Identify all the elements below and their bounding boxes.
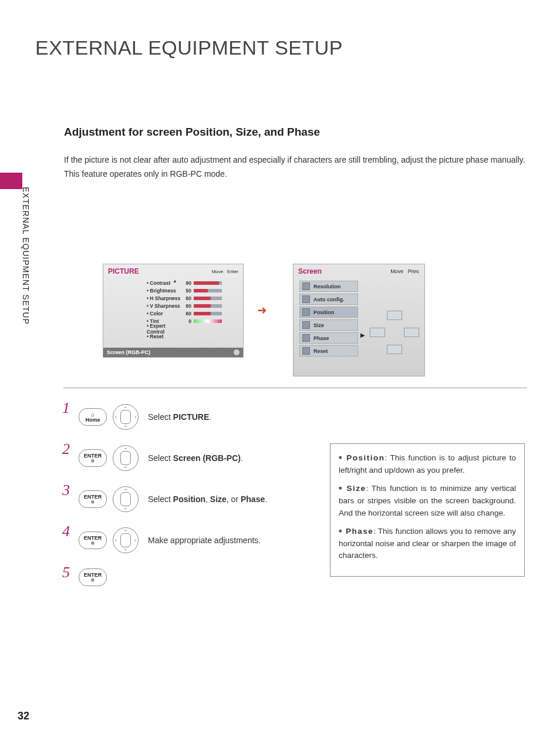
option-icon [302,334,310,342]
enter-button[interactable]: ENTER⊙ [79,531,107,549]
step-row: 4 ENTER⊙ ⌃⌄‹›Make appropriate adjustment… [62,527,344,553]
info-item: Size: This function is to minimize any v… [339,483,516,520]
side-tab [0,173,22,189]
picture-row[interactable]: • Contrast90 [147,279,243,287]
picture-header: PICTURE [108,267,139,275]
picture-row[interactable]: • H Sharpness60 [147,294,243,302]
step-text: Select Screen (RGB-PC). [148,453,243,463]
enter-button[interactable]: ENTER⊙ [79,490,107,508]
screen-menu: Screen Move Prev. ResolutionAuto config.… [293,264,425,376]
screen-option[interactable]: Auto config. [299,294,358,305]
move-hint: Move [390,268,403,274]
body-p2: This feature operates only in RGB-PC mod… [64,168,528,180]
dpad-button[interactable]: ⌃⌄ [113,486,139,512]
section-subtitle: Adjustment for screen Position, Size, an… [64,126,320,139]
enter-hint: Enter [227,269,238,274]
screen-option[interactable]: Reset [299,345,358,356]
option-icon [302,321,310,329]
up-button[interactable] [387,311,402,320]
step-row: 5 ENTER⊙ [62,568,344,586]
arrow-up-icon: ▲ [173,278,177,284]
steps-list: 1 ⌂Home ⌃⌄‹›Select PICTURE.2 ENTER⊙ ⌃⌄Se… [62,404,344,601]
option-icon [302,347,310,355]
left-button[interactable] [370,328,385,337]
option-icon [302,295,310,303]
screen-option[interactable]: Phase [299,332,358,344]
dpad-button[interactable]: ⌃⌄ [113,445,139,471]
option-icon [302,282,310,290]
arrow-right-icon: ➜ [257,303,267,317]
picture-row[interactable]: • Color60 [147,309,243,317]
screen-option[interactable]: Position [299,307,358,318]
picture-row[interactable]: • Expert Control [147,325,243,332]
dpad-button[interactable]: ⌃⌄‹› [113,404,139,430]
step-text: Make appropriate adjustments. [148,536,261,545]
step-row: 3 ENTER⊙ ⌃⌄Select Position, Size, or Pha… [62,486,344,512]
body-text: If the picture is not clear after auto a… [64,154,528,182]
divider [63,388,527,388]
enter-icon [234,349,239,355]
info-item: Phase: This function allows you to remov… [339,526,516,563]
side-label: EXTERNAL EQUIPMENT SETUP [21,187,31,325]
enter-button[interactable]: ENTER⊙ [79,568,107,586]
picture-menu: PICTURE Move Enter ▲ • Contrast90• Brigh… [103,264,244,358]
picture-row[interactable]: • Reset [147,332,243,340]
step-row: 1 ⌂Home ⌃⌄‹›Select PICTURE. [62,404,344,430]
picture-row[interactable]: • V Sharpness60 [147,302,243,309]
pointer-icon: ▶ [360,332,365,338]
page-number: 32 [18,710,29,722]
enter-button[interactable]: ENTER⊙ [79,449,107,467]
step-number: 3 [62,482,73,499]
move-hint: Move [212,269,224,274]
step-text: Select Position, Size, or Phase. [148,494,267,504]
prev-hint: Prev. [408,268,420,274]
dpad-button[interactable]: ⌃⌄‹› [113,527,139,553]
page-title: EXTERNAL EQUIPMENT SETUP [35,36,343,59]
option-icon [302,308,310,316]
info-item: Position: This function is to adjust pic… [339,452,516,477]
screen-option[interactable]: Resolution [299,281,358,292]
step-number: 5 [62,564,73,581]
step-number: 4 [62,523,73,540]
selected-label: Screen (RGB-PC) [107,349,150,355]
step-text: Select PICTURE. [148,412,211,422]
down-button[interactable] [387,345,402,354]
step-number: 1 [62,399,73,417]
picture-row[interactable]: • Brightness50 [147,287,243,294]
home-button[interactable]: ⌂Home [79,408,107,426]
step-row: 2 ENTER⊙ ⌃⌄Select Screen (RGB-PC). [62,445,344,471]
body-p1: If the picture is not clear after auto a… [64,154,528,166]
right-button[interactable] [404,328,419,337]
picture-selected-row[interactable]: Screen (RGB-PC) [103,348,243,357]
info-box: Position: This function is to adjust pic… [330,443,525,577]
screen-option[interactable]: Size [299,319,358,331]
screen-header: Screen [298,267,322,275]
step-number: 2 [62,440,73,458]
position-control[interactable] [367,305,421,359]
